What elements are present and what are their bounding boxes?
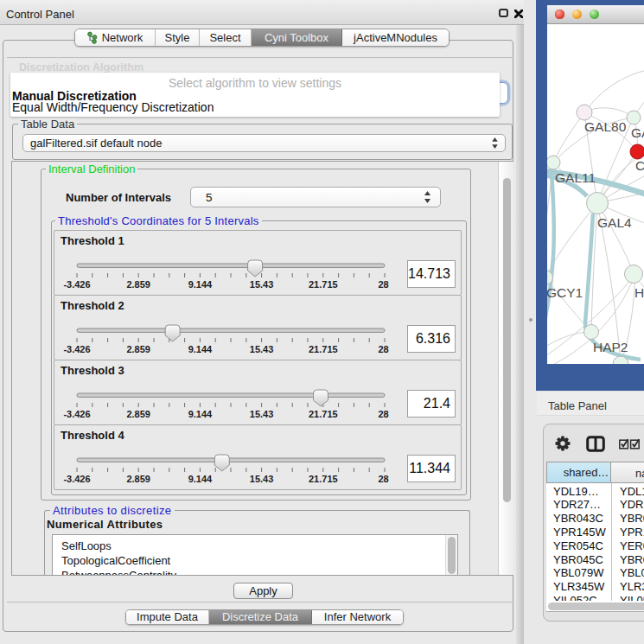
- svg-text:GA: GA: [631, 125, 644, 140]
- svg-text:21.715: 21.715: [309, 409, 338, 419]
- svg-text:21.715: 21.715: [309, 344, 338, 354]
- svg-text:15.43: 15.43: [250, 279, 274, 290]
- svg-text:21.715: 21.715: [309, 474, 338, 484]
- svg-text:-3.426: -3.426: [63, 344, 90, 354]
- svg-text:28: 28: [378, 474, 388, 484]
- svg-text:28: 28: [378, 409, 388, 419]
- svg-text:9.144: 9.144: [188, 344, 213, 354]
- svg-text:15.43: 15.43: [250, 409, 274, 419]
- svg-text:21.715: 21.715: [309, 279, 338, 290]
- svg-text:9.144: 9.144: [188, 279, 213, 290]
- svg-text:H: H: [634, 285, 644, 300]
- svg-text:GCY1: GCY1: [547, 285, 583, 300]
- svg-text:GAL11: GAL11: [555, 170, 596, 185]
- svg-text:9.144: 9.144: [188, 409, 213, 419]
- svg-text:-3.426: -3.426: [63, 279, 90, 290]
- svg-text:C: C: [635, 158, 644, 173]
- svg-text:GAL80: GAL80: [584, 119, 627, 134]
- svg-text:-3.426: -3.426: [63, 409, 90, 419]
- svg-text:28: 28: [378, 344, 388, 354]
- svg-text:15.43: 15.43: [250, 344, 274, 354]
- svg-text:GAL4: GAL4: [597, 215, 632, 230]
- svg-text:2.859: 2.859: [126, 279, 150, 290]
- svg-text:28: 28: [378, 279, 388, 290]
- svg-text:15.43: 15.43: [250, 474, 274, 484]
- svg-text:2.859: 2.859: [126, 474, 150, 484]
- svg-text:HAP2: HAP2: [593, 340, 628, 354]
- svg-text:2.859: 2.859: [126, 344, 150, 354]
- svg-text:-3.426: -3.426: [63, 474, 90, 484]
- svg-text:2.859: 2.859: [126, 409, 150, 419]
- svg-text:9.144: 9.144: [188, 474, 213, 484]
